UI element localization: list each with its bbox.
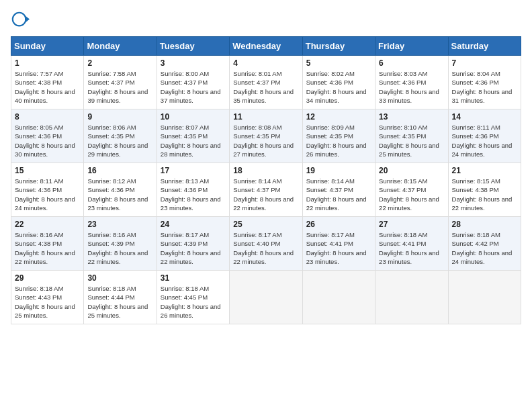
calendar-cell <box>448 271 521 324</box>
cell-info: Sunrise: 8:12 AMSunset: 4:36 PMDaylight:… <box>87 177 148 212</box>
day-number: 10 <box>161 112 226 122</box>
calendar-cell: 14Sunrise: 8:11 AMSunset: 4:36 PMDayligh… <box>448 109 521 163</box>
calendar-cell: 1Sunrise: 7:57 AMSunset: 4:38 PMDaylight… <box>11 56 84 109</box>
day-number: 22 <box>15 220 80 229</box>
cell-info: Sunrise: 8:09 AMSunset: 4:35 PMDaylight:… <box>306 124 367 158</box>
weekday-header-friday: Friday <box>375 37 448 56</box>
calendar-cell: 11Sunrise: 8:08 AMSunset: 4:35 PMDayligh… <box>230 109 302 163</box>
day-number: 20 <box>379 166 444 175</box>
cell-info: Sunrise: 8:15 AMSunset: 4:37 PMDaylight:… <box>379 177 439 212</box>
cell-info: Sunrise: 8:17 AMSunset: 4:41 PMDaylight:… <box>306 231 367 265</box>
calendar-cell: 31Sunrise: 8:18 AMSunset: 4:45 PMDayligh… <box>157 271 229 324</box>
day-number: 24 <box>161 220 226 229</box>
cell-info: Sunrise: 8:17 AMSunset: 4:40 PMDaylight:… <box>233 231 294 265</box>
calendar-cell: 26Sunrise: 8:17 AMSunset: 4:41 PMDayligh… <box>302 217 375 271</box>
day-number: 27 <box>379 220 444 229</box>
cell-info: Sunrise: 8:11 AMSunset: 4:36 PMDaylight:… <box>15 177 75 212</box>
calendar-cell: 27Sunrise: 8:18 AMSunset: 4:41 PMDayligh… <box>375 217 448 271</box>
calendar-week-row: 8Sunrise: 8:05 AMSunset: 4:36 PMDaylight… <box>11 109 521 163</box>
svg-marker-1 <box>25 15 30 23</box>
calendar-cell: 6Sunrise: 8:03 AMSunset: 4:36 PMDaylight… <box>375 56 448 109</box>
cell-info: Sunrise: 8:14 AMSunset: 4:37 PMDaylight:… <box>306 177 367 212</box>
logo-icon <box>11 11 30 30</box>
calendar-cell: 5Sunrise: 8:02 AMSunset: 4:36 PMDaylight… <box>302 56 375 109</box>
weekday-header-sunday: Sunday <box>11 37 84 56</box>
cell-info: Sunrise: 8:05 AMSunset: 4:36 PMDaylight:… <box>15 124 75 158</box>
calendar-cell: 30Sunrise: 8:18 AMSunset: 4:44 PMDayligh… <box>84 271 157 324</box>
calendar-cell <box>302 271 375 324</box>
cell-info: Sunrise: 8:18 AMSunset: 4:41 PMDaylight:… <box>379 231 439 265</box>
calendar-week-row: 29Sunrise: 8:18 AMSunset: 4:43 PMDayligh… <box>11 271 521 324</box>
calendar-cell: 9Sunrise: 8:06 AMSunset: 4:35 PMDaylight… <box>84 109 157 163</box>
calendar-table: SundayMondayTuesdayWednesdayThursdayFrid… <box>11 36 521 324</box>
day-number: 30 <box>87 273 152 283</box>
calendar-cell: 23Sunrise: 8:16 AMSunset: 4:39 PMDayligh… <box>84 217 157 271</box>
calendar-cell: 25Sunrise: 8:17 AMSunset: 4:40 PMDayligh… <box>230 217 302 271</box>
calendar-cell: 16Sunrise: 8:12 AMSunset: 4:36 PMDayligh… <box>84 163 157 217</box>
day-number: 6 <box>379 58 444 68</box>
calendar-cell: 24Sunrise: 8:17 AMSunset: 4:39 PMDayligh… <box>157 217 229 271</box>
calendar-cell: 12Sunrise: 8:09 AMSunset: 4:35 PMDayligh… <box>302 109 375 163</box>
day-number: 17 <box>161 166 226 175</box>
day-number: 21 <box>452 166 517 175</box>
cell-info: Sunrise: 8:00 AMSunset: 4:37 PMDaylight:… <box>161 70 221 104</box>
cell-info: Sunrise: 8:11 AMSunset: 4:36 PMDaylight:… <box>452 124 513 158</box>
cell-info: Sunrise: 8:02 AMSunset: 4:36 PMDaylight:… <box>306 70 367 104</box>
cell-info: Sunrise: 8:17 AMSunset: 4:39 PMDaylight:… <box>161 231 221 265</box>
day-number: 1 <box>15 58 80 68</box>
cell-info: Sunrise: 8:03 AMSunset: 4:36 PMDaylight:… <box>379 70 439 104</box>
cell-info: Sunrise: 7:57 AMSunset: 4:38 PMDaylight:… <box>15 70 75 104</box>
day-number: 15 <box>15 166 80 175</box>
calendar-cell: 18Sunrise: 8:14 AMSunset: 4:37 PMDayligh… <box>230 163 302 217</box>
day-number: 13 <box>379 112 444 122</box>
weekday-header-wednesday: Wednesday <box>230 37 302 56</box>
weekday-header-tuesday: Tuesday <box>157 37 229 56</box>
cell-info: Sunrise: 8:13 AMSunset: 4:36 PMDaylight:… <box>161 177 221 212</box>
day-number: 7 <box>452 58 517 68</box>
cell-info: Sunrise: 8:18 AMSunset: 4:44 PMDaylight:… <box>87 285 148 319</box>
cell-info: Sunrise: 8:15 AMSunset: 4:38 PMDaylight:… <box>452 177 513 212</box>
calendar-cell: 3Sunrise: 8:00 AMSunset: 4:37 PMDaylight… <box>157 56 229 109</box>
day-number: 14 <box>452 112 517 122</box>
cell-info: Sunrise: 8:18 AMSunset: 4:43 PMDaylight:… <box>15 285 75 319</box>
day-number: 3 <box>161 58 226 68</box>
calendar-cell: 8Sunrise: 8:05 AMSunset: 4:36 PMDaylight… <box>11 109 84 163</box>
day-number: 19 <box>306 166 371 175</box>
calendar-cell <box>230 271 302 324</box>
weekday-header-row: SundayMondayTuesdayWednesdayThursdayFrid… <box>11 37 521 56</box>
day-number: 28 <box>452 220 517 229</box>
day-number: 18 <box>233 166 298 175</box>
calendar-cell: 10Sunrise: 8:07 AMSunset: 4:35 PMDayligh… <box>157 109 229 163</box>
calendar-week-row: 1Sunrise: 7:57 AMSunset: 4:38 PMDaylight… <box>11 56 521 109</box>
calendar-cell: 7Sunrise: 8:04 AMSunset: 4:36 PMDaylight… <box>448 56 521 109</box>
calendar-cell: 19Sunrise: 8:14 AMSunset: 4:37 PMDayligh… <box>302 163 375 217</box>
day-number: 11 <box>233 112 298 122</box>
cell-info: Sunrise: 8:10 AMSunset: 4:35 PMDaylight:… <box>379 124 439 158</box>
calendar-cell: 2Sunrise: 7:58 AMSunset: 4:37 PMDaylight… <box>84 56 157 109</box>
calendar-cell: 17Sunrise: 8:13 AMSunset: 4:36 PMDayligh… <box>157 163 229 217</box>
day-number: 16 <box>87 166 152 175</box>
calendar-cell: 21Sunrise: 8:15 AMSunset: 4:38 PMDayligh… <box>448 163 521 217</box>
day-number: 8 <box>15 112 80 122</box>
calendar-cell: 4Sunrise: 8:01 AMSunset: 4:37 PMDaylight… <box>230 56 302 109</box>
cell-info: Sunrise: 8:04 AMSunset: 4:36 PMDaylight:… <box>452 70 513 104</box>
calendar-cell: 15Sunrise: 8:11 AMSunset: 4:36 PMDayligh… <box>11 163 84 217</box>
cell-info: Sunrise: 8:14 AMSunset: 4:37 PMDaylight:… <box>233 177 294 212</box>
page-header <box>11 11 521 30</box>
cell-info: Sunrise: 8:16 AMSunset: 4:39 PMDaylight:… <box>87 231 148 265</box>
logo <box>11 11 32 30</box>
day-number: 12 <box>306 112 371 122</box>
weekday-header-saturday: Saturday <box>448 37 521 56</box>
day-number: 29 <box>15 273 80 283</box>
cell-info: Sunrise: 8:18 AMSunset: 4:42 PMDaylight:… <box>452 231 513 265</box>
calendar-week-row: 22Sunrise: 8:16 AMSunset: 4:38 PMDayligh… <box>11 217 521 271</box>
calendar-cell: 29Sunrise: 8:18 AMSunset: 4:43 PMDayligh… <box>11 271 84 324</box>
day-number: 5 <box>306 58 371 68</box>
calendar-cell: 28Sunrise: 8:18 AMSunset: 4:42 PMDayligh… <box>448 217 521 271</box>
day-number: 25 <box>233 220 298 229</box>
svg-point-0 <box>13 13 26 26</box>
cell-info: Sunrise: 8:16 AMSunset: 4:38 PMDaylight:… <box>15 231 75 265</box>
calendar-body: 1Sunrise: 7:57 AMSunset: 4:38 PMDaylight… <box>11 56 521 324</box>
cell-info: Sunrise: 8:01 AMSunset: 4:37 PMDaylight:… <box>233 70 294 104</box>
day-number: 9 <box>87 112 152 122</box>
